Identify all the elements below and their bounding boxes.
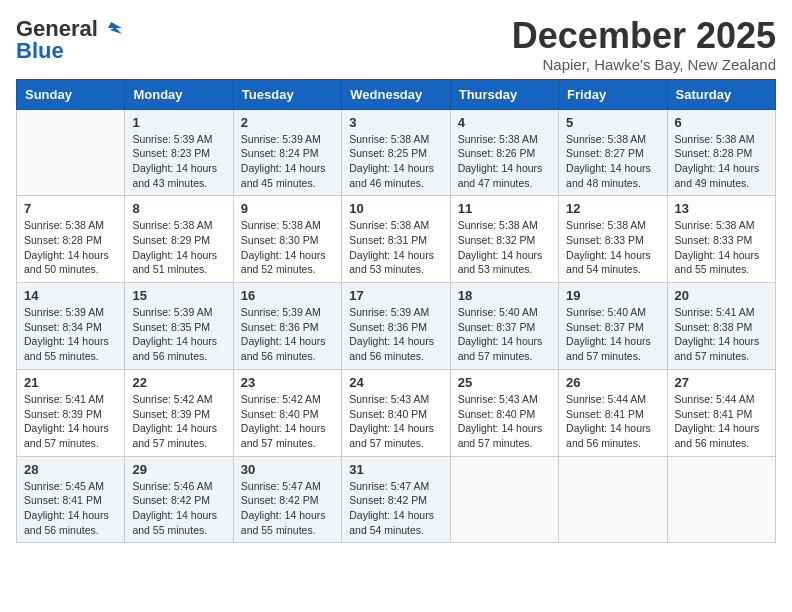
calendar-cell: 3Sunrise: 5:38 AMSunset: 8:25 PMDaylight… [342,109,450,196]
cell-details: Sunrise: 5:38 AMSunset: 8:31 PMDaylight:… [349,218,442,277]
day-number: 29 [132,462,225,477]
weekday-header: Sunday [17,79,125,109]
calendar-cell: 18Sunrise: 5:40 AMSunset: 8:37 PMDayligh… [450,283,558,370]
day-number: 4 [458,115,551,130]
calendar-cell: 22Sunrise: 5:42 AMSunset: 8:39 PMDayligh… [125,369,233,456]
cell-details: Sunrise: 5:38 AMSunset: 8:26 PMDaylight:… [458,132,551,191]
cell-details: Sunrise: 5:38 AMSunset: 8:28 PMDaylight:… [675,132,768,191]
weekday-header: Friday [559,79,667,109]
calendar-cell: 15Sunrise: 5:39 AMSunset: 8:35 PMDayligh… [125,283,233,370]
calendar-cell: 2Sunrise: 5:39 AMSunset: 8:24 PMDaylight… [233,109,341,196]
title-block: December 2025 Napier, Hawke's Bay, New Z… [512,16,776,73]
cell-details: Sunrise: 5:41 AMSunset: 8:39 PMDaylight:… [24,392,117,451]
day-number: 31 [349,462,442,477]
calendar-cell: 12Sunrise: 5:38 AMSunset: 8:33 PMDayligh… [559,196,667,283]
calendar-cell [17,109,125,196]
cell-details: Sunrise: 5:38 AMSunset: 8:29 PMDaylight:… [132,218,225,277]
logo: General Blue [16,16,122,64]
day-number: 8 [132,201,225,216]
calendar-cell: 14Sunrise: 5:39 AMSunset: 8:34 PMDayligh… [17,283,125,370]
cell-details: Sunrise: 5:38 AMSunset: 8:32 PMDaylight:… [458,218,551,277]
day-number: 17 [349,288,442,303]
cell-details: Sunrise: 5:43 AMSunset: 8:40 PMDaylight:… [349,392,442,451]
calendar-cell [559,456,667,543]
calendar-week-row: 21Sunrise: 5:41 AMSunset: 8:39 PMDayligh… [17,369,776,456]
calendar-week-row: 7Sunrise: 5:38 AMSunset: 8:28 PMDaylight… [17,196,776,283]
calendar-table: SundayMondayTuesdayWednesdayThursdayFrid… [16,79,776,544]
calendar-cell: 11Sunrise: 5:38 AMSunset: 8:32 PMDayligh… [450,196,558,283]
cell-details: Sunrise: 5:44 AMSunset: 8:41 PMDaylight:… [566,392,659,451]
weekday-header: Thursday [450,79,558,109]
calendar-cell: 13Sunrise: 5:38 AMSunset: 8:33 PMDayligh… [667,196,775,283]
weekday-header: Monday [125,79,233,109]
cell-details: Sunrise: 5:41 AMSunset: 8:38 PMDaylight:… [675,305,768,364]
calendar-cell [450,456,558,543]
day-number: 15 [132,288,225,303]
cell-details: Sunrise: 5:44 AMSunset: 8:41 PMDaylight:… [675,392,768,451]
day-number: 25 [458,375,551,390]
day-number: 18 [458,288,551,303]
calendar-cell: 30Sunrise: 5:47 AMSunset: 8:42 PMDayligh… [233,456,341,543]
calendar-cell: 20Sunrise: 5:41 AMSunset: 8:38 PMDayligh… [667,283,775,370]
day-number: 6 [675,115,768,130]
calendar-cell: 9Sunrise: 5:38 AMSunset: 8:30 PMDaylight… [233,196,341,283]
day-number: 30 [241,462,334,477]
calendar-cell: 27Sunrise: 5:44 AMSunset: 8:41 PMDayligh… [667,369,775,456]
page-header: General Blue December 2025 Napier, Hawke… [16,16,776,73]
cell-details: Sunrise: 5:45 AMSunset: 8:41 PMDaylight:… [24,479,117,538]
calendar-week-row: 14Sunrise: 5:39 AMSunset: 8:34 PMDayligh… [17,283,776,370]
cell-details: Sunrise: 5:42 AMSunset: 8:40 PMDaylight:… [241,392,334,451]
calendar-cell: 21Sunrise: 5:41 AMSunset: 8:39 PMDayligh… [17,369,125,456]
location-text: Napier, Hawke's Bay, New Zealand [512,56,776,73]
cell-details: Sunrise: 5:39 AMSunset: 8:35 PMDaylight:… [132,305,225,364]
day-number: 5 [566,115,659,130]
cell-details: Sunrise: 5:38 AMSunset: 8:25 PMDaylight:… [349,132,442,191]
calendar-cell: 31Sunrise: 5:47 AMSunset: 8:42 PMDayligh… [342,456,450,543]
month-title: December 2025 [512,16,776,56]
day-number: 26 [566,375,659,390]
calendar-cell: 7Sunrise: 5:38 AMSunset: 8:28 PMDaylight… [17,196,125,283]
cell-details: Sunrise: 5:38 AMSunset: 8:33 PMDaylight:… [675,218,768,277]
calendar-cell: 8Sunrise: 5:38 AMSunset: 8:29 PMDaylight… [125,196,233,283]
cell-details: Sunrise: 5:42 AMSunset: 8:39 PMDaylight:… [132,392,225,451]
calendar-week-row: 28Sunrise: 5:45 AMSunset: 8:41 PMDayligh… [17,456,776,543]
cell-details: Sunrise: 5:40 AMSunset: 8:37 PMDaylight:… [566,305,659,364]
calendar-header-row: SundayMondayTuesdayWednesdayThursdayFrid… [17,79,776,109]
day-number: 20 [675,288,768,303]
day-number: 19 [566,288,659,303]
cell-details: Sunrise: 5:47 AMSunset: 8:42 PMDaylight:… [241,479,334,538]
day-number: 16 [241,288,334,303]
calendar-cell: 19Sunrise: 5:40 AMSunset: 8:37 PMDayligh… [559,283,667,370]
day-number: 12 [566,201,659,216]
calendar-cell: 28Sunrise: 5:45 AMSunset: 8:41 PMDayligh… [17,456,125,543]
calendar-cell: 4Sunrise: 5:38 AMSunset: 8:26 PMDaylight… [450,109,558,196]
calendar-cell: 24Sunrise: 5:43 AMSunset: 8:40 PMDayligh… [342,369,450,456]
calendar-cell: 26Sunrise: 5:44 AMSunset: 8:41 PMDayligh… [559,369,667,456]
cell-details: Sunrise: 5:39 AMSunset: 8:24 PMDaylight:… [241,132,334,191]
day-number: 24 [349,375,442,390]
day-number: 7 [24,201,117,216]
cell-details: Sunrise: 5:47 AMSunset: 8:42 PMDaylight:… [349,479,442,538]
day-number: 9 [241,201,334,216]
logo-bird-icon [100,18,122,40]
day-number: 21 [24,375,117,390]
weekday-header: Tuesday [233,79,341,109]
cell-details: Sunrise: 5:46 AMSunset: 8:42 PMDaylight:… [132,479,225,538]
day-number: 13 [675,201,768,216]
day-number: 3 [349,115,442,130]
day-number: 22 [132,375,225,390]
cell-details: Sunrise: 5:38 AMSunset: 8:30 PMDaylight:… [241,218,334,277]
cell-details: Sunrise: 5:39 AMSunset: 8:36 PMDaylight:… [241,305,334,364]
day-number: 27 [675,375,768,390]
day-number: 10 [349,201,442,216]
weekday-header: Saturday [667,79,775,109]
cell-details: Sunrise: 5:38 AMSunset: 8:33 PMDaylight:… [566,218,659,277]
cell-details: Sunrise: 5:38 AMSunset: 8:28 PMDaylight:… [24,218,117,277]
cell-details: Sunrise: 5:39 AMSunset: 8:23 PMDaylight:… [132,132,225,191]
day-number: 11 [458,201,551,216]
cell-details: Sunrise: 5:38 AMSunset: 8:27 PMDaylight:… [566,132,659,191]
day-number: 1 [132,115,225,130]
cell-details: Sunrise: 5:39 AMSunset: 8:34 PMDaylight:… [24,305,117,364]
calendar-cell: 10Sunrise: 5:38 AMSunset: 8:31 PMDayligh… [342,196,450,283]
calendar-cell: 17Sunrise: 5:39 AMSunset: 8:36 PMDayligh… [342,283,450,370]
